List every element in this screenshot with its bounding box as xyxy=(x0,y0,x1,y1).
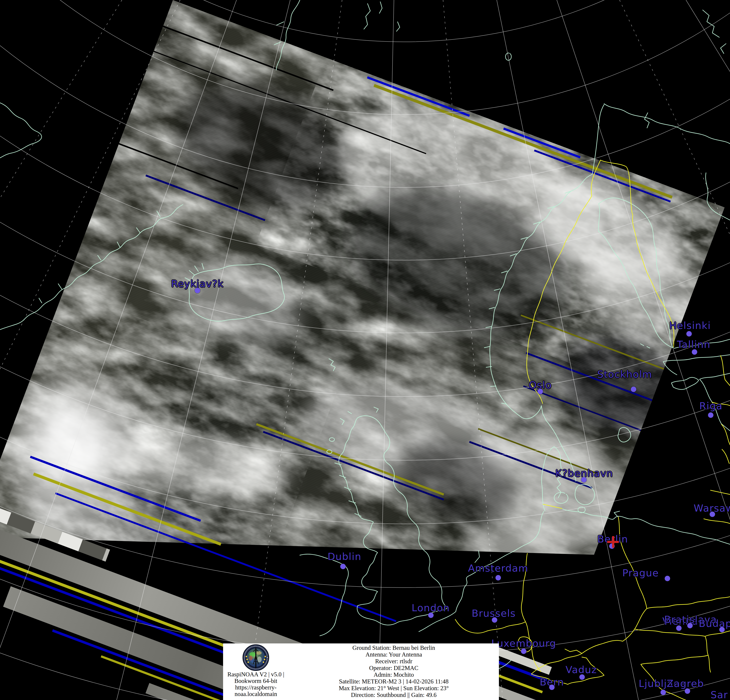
city-label: Helsinki xyxy=(669,320,711,331)
city-label: Dublin xyxy=(327,551,361,562)
city-label: Budap xyxy=(699,618,730,629)
city-dot-icon xyxy=(340,564,346,569)
city-label: Stockholm xyxy=(597,369,652,380)
city-dot-icon xyxy=(676,626,682,631)
operator: Operator: DE2MAC xyxy=(289,665,499,671)
city-dot-icon xyxy=(428,612,434,618)
city-dot-icon xyxy=(692,349,697,355)
satellite-map-canvas: Reykjav?k Helsinki Tallinn Stockholm Rig… xyxy=(0,0,730,700)
city-dot-icon xyxy=(495,575,501,580)
city-label: London xyxy=(412,602,450,614)
city-dot-icon xyxy=(492,617,497,623)
ground-station: Ground Station: Bernau bei Berlin xyxy=(289,645,499,651)
city-label: Luxembourg xyxy=(491,637,556,649)
city-label: Tallinn xyxy=(677,339,711,350)
os-version: Bookworm 64-bit xyxy=(234,678,277,684)
city-dot-icon xyxy=(660,690,666,695)
city-dot-icon xyxy=(685,688,690,694)
city-label: Vaduz xyxy=(565,664,597,675)
city-dot-icon xyxy=(708,413,714,418)
city-dot-icon xyxy=(631,386,636,392)
city-dot-icon xyxy=(687,623,693,629)
info-box-right-column: Ground Station: Bernau bei Berlin Antenn… xyxy=(289,643,499,700)
admin: Admin: Mochito xyxy=(289,671,499,678)
info-box-left-column: RaspiNOAA V2 | v5.0 | Bookworm 64-bit ht… xyxy=(223,643,289,700)
city-label: Amsterdam xyxy=(468,563,528,574)
station-url-line2: noaa.localdomain xyxy=(235,691,277,697)
city-label: Prague xyxy=(622,567,659,579)
antenna: Antenna: Your Antenna xyxy=(289,651,499,658)
city-dot-icon xyxy=(537,389,543,394)
city-dot-icon xyxy=(686,331,692,337)
city-dot-icon xyxy=(521,649,526,654)
city-dot-icon xyxy=(581,477,587,483)
software-version: RaspiNOAA V2 | v5.0 | xyxy=(228,671,284,678)
info-box: RaspiNOAA V2 | v5.0 | Bookworm 64-bit ht… xyxy=(223,643,499,700)
city-dot-icon xyxy=(549,684,555,690)
receiver: Receiver: rtlsdr xyxy=(289,658,499,665)
city-dot-icon xyxy=(579,674,585,680)
city-label: Zagreb xyxy=(667,678,704,689)
weather-satellite-station-logo-icon xyxy=(242,644,269,671)
city-label: Sar xyxy=(711,689,728,700)
ground-station-cross-icon xyxy=(607,536,619,548)
city-dot-icon xyxy=(710,512,715,517)
elevation-info: Max Elevation: 21° West | Sun Elevation:… xyxy=(289,685,499,692)
city-markers-layer: Reykjav?k Helsinki Tallinn Stockholm Rig… xyxy=(0,0,730,700)
direction-gain: Direction: Southbound || Gain: 49.6 xyxy=(289,692,499,699)
city-dot-icon xyxy=(719,627,725,632)
station-url-line1: https://raspberry- xyxy=(235,684,276,691)
city-dot-icon xyxy=(665,576,670,581)
city-dot-icon xyxy=(195,288,200,293)
city-label: Riga xyxy=(699,400,723,412)
satellite-pass: Satellite: METEOR-M2 3 | 14-02-2026 11:4… xyxy=(289,678,499,685)
